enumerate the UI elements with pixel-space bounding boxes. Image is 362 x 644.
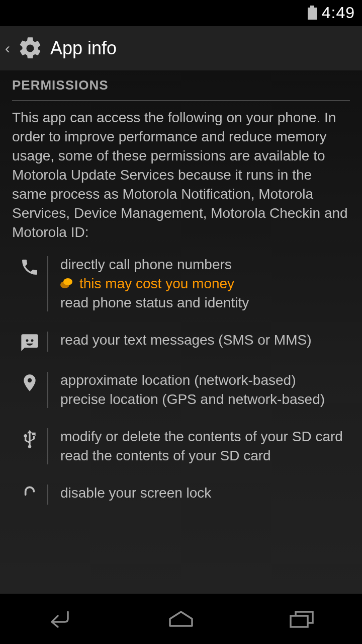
battery-icon [308,6,317,20]
permission-item-lockscreen: disable your screen lock [12,484,350,506]
status-bar: 4:49 [0,0,362,25]
permissions-list: directly call phone numbers this may cos… [0,255,362,506]
phone-icon [20,257,40,312]
permission-text: directly call phone numbers [60,255,350,274]
navigation-bar [0,594,362,644]
nav-back-button[interactable] [30,604,90,634]
sms-icon [20,333,40,353]
permission-text: modify or delete the contents of your SD… [60,427,350,446]
section-title: PERMISSIONS [12,77,350,93]
permissions-description: This app can access the following on you… [0,108,362,255]
usb-icon [20,429,40,465]
permission-item-location: approximate location (network-based) pre… [12,371,350,409]
nav-recent-button[interactable] [272,604,332,634]
permission-text: read phone status and identity [60,293,350,312]
permission-warning-text: this may cost you money [79,274,234,293]
settings-gear-icon[interactable] [17,35,43,61]
permission-text: read the contents of your SD card [60,446,350,465]
permission-text: approximate location (network-based) [60,371,350,390]
permission-item-sms: read your text messages (SMS or MMS) [12,331,350,353]
status-time: 4:49 [322,4,355,22]
page-title: App info [50,38,117,59]
coins-icon [60,278,73,289]
location-pin-icon [20,373,40,409]
back-caret-icon[interactable]: ‹ [5,40,10,57]
svg-rect-0 [291,616,308,627]
permission-text: precise location (GPS and network-based) [60,390,350,409]
permission-item-storage: modify or delete the contents of your SD… [12,427,350,465]
action-bar[interactable]: ‹ App info [0,25,362,70]
permission-cost-warning: this may cost you money [60,274,350,293]
permission-text: read your text messages (SMS or MMS) [60,331,350,350]
permission-item-phone: directly call phone numbers this may cos… [12,255,350,312]
nav-home-button[interactable] [151,604,211,634]
content-scroll[interactable]: PERMISSIONS This app can access the foll… [0,70,362,594]
section-divider [12,100,350,101]
section-header: PERMISSIONS [0,77,362,97]
permission-text: disable your screen lock [60,484,350,503]
unlock-icon [20,486,40,506]
